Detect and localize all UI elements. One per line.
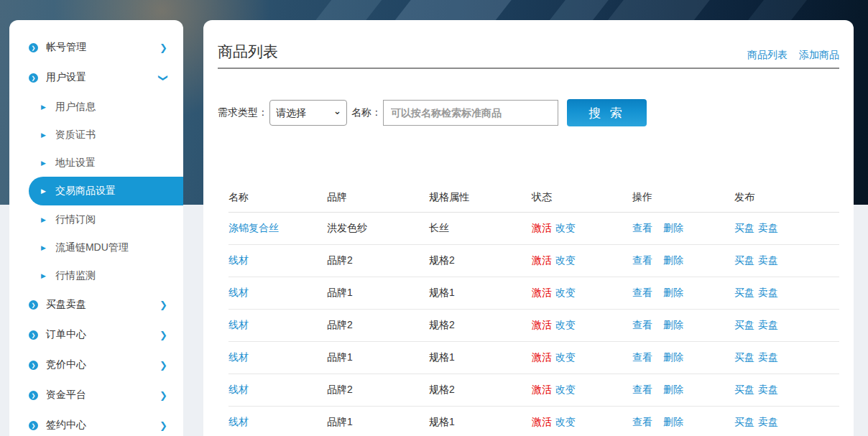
circle-arrow-icon: ❯	[29, 391, 38, 400]
status-cell: 激活改变	[532, 384, 632, 396]
status-cell: 激活改变	[532, 351, 632, 364]
sidebar-item-funds-platform[interactable]: ❯资金平台❯	[29, 380, 167, 410]
operations-cell: 查看删除	[632, 287, 734, 300]
name-label: 名称：	[351, 106, 382, 119]
sidebar-nav: ❯帐号管理❯❯用户设置❯▶用户信息▶资质证书▶地址设置▶交易商品设置▶行情订阅▶…	[9, 20, 183, 436]
type-select-wrap: 请选择 ⌄	[269, 100, 347, 126]
change-status-link[interactable]: 改变	[555, 254, 576, 266]
sidebar-item-label: 买盘卖盘	[46, 298, 86, 311]
page-title: 商品列表	[218, 42, 278, 62]
change-status-link[interactable]: 改变	[555, 287, 576, 298]
sidebar-item-label: 行情订阅	[55, 213, 96, 226]
spec-cell: 规格1	[429, 416, 532, 429]
nav-link-product-list[interactable]: 商品列表	[747, 49, 788, 62]
delete-link[interactable]: 删除	[663, 351, 683, 363]
operations-cell: 查看删除	[632, 254, 734, 267]
view-link[interactable]: 查看	[632, 351, 652, 363]
chevron-right-icon: ❯	[160, 42, 167, 53]
status-badge: 激活	[532, 287, 552, 298]
table-row: 线材品牌1规格1激活改变查看删除买盘卖盘	[228, 407, 839, 436]
table-header-row: 名称品牌规格属性状态操作发布	[228, 182, 839, 213]
publish-sell-link[interactable]: 卖盘	[758, 416, 778, 427]
sidebar-item-mdu-management[interactable]: ▶流通链MDU管理	[29, 233, 167, 261]
search-button[interactable]: 搜 索	[567, 99, 647, 126]
sidebar-item-label: 帐号管理	[46, 41, 86, 54]
triangle-bullet-icon: ▶	[41, 159, 46, 167]
publish-sell-link[interactable]: 卖盘	[758, 287, 778, 298]
operations-cell: 查看删除	[632, 416, 734, 429]
brand-cell: 品牌2	[327, 254, 429, 267]
status-badge: 激活	[532, 319, 552, 330]
view-link[interactable]: 查看	[632, 287, 652, 298]
status-badge: 激活	[532, 254, 552, 266]
publish-sell-link[interactable]: 卖盘	[758, 319, 778, 330]
sidebar-item-user-settings[interactable]: ❯用户设置❯	[29, 62, 167, 93]
product-name-link[interactable]: 线材	[228, 384, 327, 396]
sidebar-item-market-subscription[interactable]: ▶行情订阅	[29, 205, 167, 233]
sidebar-item-market-monitoring[interactable]: ▶行情监测	[29, 261, 167, 289]
publish-sell-link[interactable]: 卖盘	[758, 351, 778, 363]
delete-link[interactable]: 删除	[663, 287, 683, 298]
change-status-link[interactable]: 改变	[555, 319, 576, 330]
publish-buy-link[interactable]: 买盘	[734, 254, 754, 266]
delete-link[interactable]: 删除	[663, 384, 683, 395]
view-link[interactable]: 查看	[632, 319, 652, 330]
change-status-link[interactable]: 改变	[555, 416, 576, 427]
type-select[interactable]: 请选择	[269, 100, 347, 126]
product-name-link[interactable]: 线材	[228, 416, 327, 429]
sidebar-item-address-settings[interactable]: ▶地址设置	[29, 149, 167, 177]
product-name-link[interactable]: 线材	[228, 319, 327, 332]
brand-cell: 品牌2	[327, 319, 429, 332]
sidebar-item-label: 交易商品设置	[55, 185, 116, 198]
publish-buy-link[interactable]: 买盘	[734, 416, 754, 427]
publish-buy-link[interactable]: 买盘	[734, 222, 754, 233]
spec-cell: 长丝	[429, 222, 532, 235]
publish-sell-link[interactable]: 卖盘	[758, 384, 778, 395]
sidebar-item-qualification-certificate[interactable]: ▶资质证书	[29, 121, 167, 149]
column-header: 品牌	[327, 191, 429, 204]
view-link[interactable]: 查看	[632, 254, 652, 266]
sidebar-item-bidding-center[interactable]: ❯竞价中心❯	[29, 350, 167, 380]
status-cell: 激活改变	[532, 319, 632, 332]
publish-buy-link[interactable]: 买盘	[734, 287, 754, 298]
nav-link-add-product[interactable]: 添加商品	[799, 49, 839, 62]
triangle-bullet-icon: ▶	[41, 187, 46, 195]
delete-link[interactable]: 删除	[663, 222, 683, 233]
product-name-link[interactable]: 线材	[228, 254, 327, 267]
sidebar-item-account-management[interactable]: ❯帐号管理❯	[29, 32, 167, 62]
publish-cell: 买盘卖盘	[734, 222, 839, 235]
table-row: 线材品牌1规格1激活改变查看删除买盘卖盘	[228, 277, 839, 310]
name-input[interactable]	[383, 100, 558, 126]
delete-link[interactable]: 删除	[663, 254, 683, 266]
column-header: 规格属性	[429, 191, 532, 204]
change-status-link[interactable]: 改变	[555, 384, 576, 395]
operations-cell: 查看删除	[632, 384, 734, 396]
view-link[interactable]: 查看	[632, 384, 652, 395]
sidebar-item-buy-sell-board[interactable]: ❯买盘卖盘❯	[29, 289, 167, 320]
view-link[interactable]: 查看	[632, 222, 652, 233]
brand-cell: 品牌1	[327, 287, 429, 300]
sidebar-item-trade-product-settings[interactable]: ▶交易商品设置	[29, 177, 183, 205]
publish-buy-link[interactable]: 买盘	[734, 351, 754, 363]
sidebar-item-user-info[interactable]: ▶用户信息	[29, 93, 167, 121]
delete-link[interactable]: 删除	[663, 416, 683, 427]
chevron-right-icon: ❯	[160, 420, 167, 431]
product-name-link[interactable]: 线材	[228, 287, 327, 300]
publish-buy-link[interactable]: 买盘	[734, 319, 754, 330]
status-cell: 激活改变	[532, 222, 632, 235]
view-link[interactable]: 查看	[632, 416, 652, 427]
sidebar-item-signing-center[interactable]: ❯签约中心❯	[29, 410, 167, 436]
product-name-link[interactable]: 线材	[228, 351, 327, 364]
sidebar-item-label: 资金平台	[46, 389, 86, 402]
publish-buy-link[interactable]: 买盘	[734, 384, 754, 395]
sidebar-item-order-center[interactable]: ❯订单中心❯	[29, 320, 167, 350]
sidebar-item-label: 用户设置	[46, 71, 86, 84]
change-status-link[interactable]: 改变	[555, 351, 576, 363]
publish-sell-link[interactable]: 卖盘	[758, 222, 778, 233]
publish-sell-link[interactable]: 卖盘	[758, 254, 778, 266]
triangle-bullet-icon: ▶	[41, 216, 46, 223]
change-status-link[interactable]: 改变	[555, 222, 576, 233]
circle-arrow-icon: ❯	[29, 300, 38, 310]
product-name-link[interactable]: 涤锦复合丝	[228, 222, 327, 235]
delete-link[interactable]: 删除	[663, 319, 683, 330]
